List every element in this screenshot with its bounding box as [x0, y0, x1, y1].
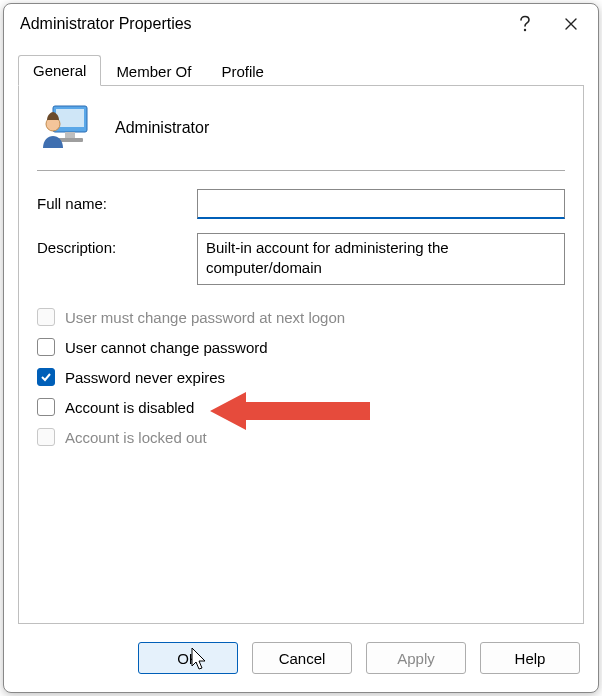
dialog-buttons: OK Cancel Apply Help	[4, 634, 598, 692]
row-fullname: Full name:	[37, 189, 565, 219]
properties-dialog: Administrator Properties General Member …	[3, 3, 599, 693]
separator	[37, 170, 565, 171]
close-icon	[564, 17, 578, 31]
ok-button[interactable]: OK	[138, 642, 238, 674]
checkbox-icon	[37, 368, 55, 386]
user-header: Administrator	[37, 100, 565, 170]
row-description: Description: Built-in account for admini…	[37, 233, 565, 288]
titlebar: Administrator Properties	[4, 4, 598, 44]
help-dialog-button[interactable]: Help	[480, 642, 580, 674]
label-description: Description:	[37, 233, 197, 256]
label-fullname: Full name:	[37, 189, 197, 212]
apply-button[interactable]: Apply	[366, 642, 466, 674]
checkbox-list: User must change password at next logon …	[37, 302, 565, 452]
checkbox-account-locked: Account is locked out	[37, 422, 565, 452]
tab-member-of[interactable]: Member Of	[101, 56, 206, 86]
close-button[interactable]	[548, 6, 594, 42]
checkbox-must-change-password: User must change password at next logon	[37, 302, 565, 332]
tab-general[interactable]: General	[18, 55, 101, 86]
checkbox-account-disabled[interactable]: Account is disabled	[37, 392, 565, 422]
checkbox-icon	[37, 338, 55, 356]
cancel-button[interactable]: Cancel	[252, 642, 352, 674]
svg-rect-3	[65, 132, 75, 138]
checkbox-password-never-expires[interactable]: Password never expires	[37, 362, 565, 392]
user-name: Administrator	[115, 119, 209, 137]
user-icon	[39, 104, 91, 152]
checkbox-icon	[37, 308, 55, 326]
window-title: Administrator Properties	[20, 15, 502, 33]
input-fullname[interactable]	[197, 189, 565, 219]
tab-profile[interactable]: Profile	[206, 56, 279, 86]
checkbox-icon	[37, 428, 55, 446]
help-icon	[518, 15, 532, 33]
help-button[interactable]	[502, 6, 548, 42]
checkbox-cannot-change-password[interactable]: User cannot change password	[37, 332, 565, 362]
svg-point-0	[524, 29, 526, 31]
general-panel: Administrator Full name: Description: Bu…	[18, 85, 584, 624]
tab-strip: General Member Of Profile	[4, 44, 598, 85]
input-description[interactable]: Built-in account for administering the c…	[197, 233, 565, 285]
checkbox-icon	[37, 398, 55, 416]
